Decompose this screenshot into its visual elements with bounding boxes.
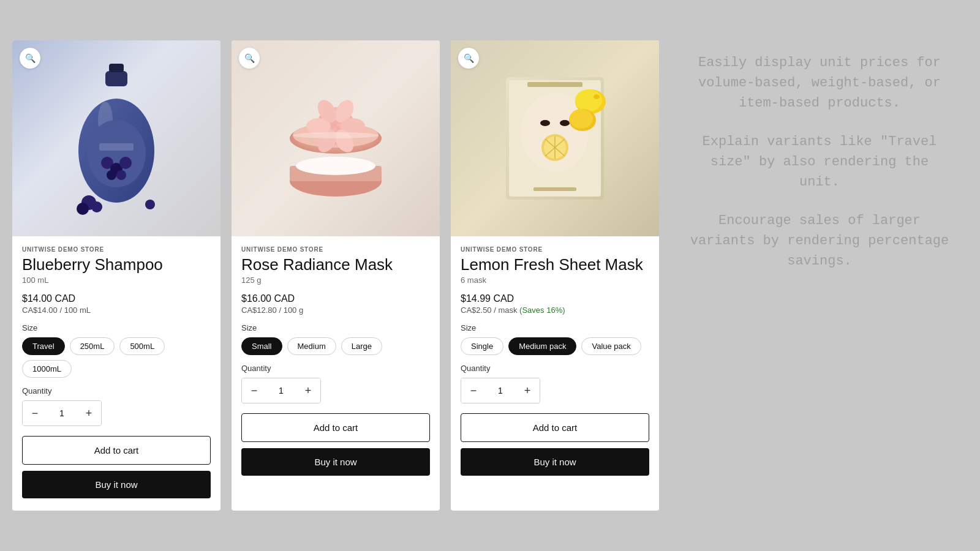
zoom-button-shampoo[interactable]: 🔍 [20, 48, 40, 69]
svg-point-13 [91, 201, 102, 212]
product-body-shampoo: UNITWISE DEMO STORE Blueberry Shampoo 10… [12, 236, 221, 511]
svg-rect-50 [533, 187, 576, 191]
qty-increase-shampoo[interactable]: + [77, 401, 101, 425]
size-btn-large[interactable]: Large [341, 337, 382, 355]
store-name-rose: UNITWISE DEMO STORE [241, 246, 430, 253]
size-options-lemon: Single Medium pack Value pack [461, 337, 649, 355]
product-card-lemon-mask: 🔍 [451, 40, 659, 511]
qty-increase-rose[interactable]: + [296, 378, 320, 403]
size-btn-250ml[interactable]: 250mL [70, 337, 115, 355]
qty-decrease-lemon[interactable]: − [461, 378, 486, 403]
svg-point-38 [560, 120, 570, 126]
zoom-icon-rose: 🔍 [244, 53, 255, 63]
quantity-control-rose: − 1 + [241, 378, 321, 403]
product-subtitle-rose: 125 g [241, 276, 430, 285]
product-body-rose: UNITWISE DEMO STORE Rose Radiance Mask 1… [232, 236, 440, 488]
zoom-icon-lemon: 🔍 [464, 53, 474, 63]
svg-point-33 [293, 132, 379, 138]
product-body-lemon: UNITWISE DEMO STORE Lemon Fresh Sheet Ma… [451, 236, 659, 488]
zoom-button-rose[interactable]: 🔍 [239, 48, 260, 69]
product-title-shampoo: Blueberry Shampoo [22, 255, 211, 274]
svg-point-12 [77, 203, 89, 215]
add-to-cart-rose[interactable]: Add to cart [241, 413, 430, 442]
quantity-label-rose: Quantity [241, 364, 430, 373]
svg-point-8 [107, 170, 116, 180]
unit-price-rose: CA$12.80 / 100 g [241, 305, 430, 315]
qty-decrease-rose[interactable]: − [242, 378, 266, 403]
price-shampoo: $14.00 CAD [22, 293, 211, 304]
svg-rect-49 [527, 82, 582, 87]
product-title-lemon: Lemon Fresh Sheet Mask [461, 255, 649, 274]
svg-rect-10 [99, 143, 134, 151]
lemon-illustration [494, 53, 616, 224]
product-image-lemon: 🔍 [451, 40, 659, 236]
store-name-lemon: UNITWISE DEMO STORE [461, 246, 649, 253]
buy-now-shampoo[interactable]: Buy it now [22, 471, 211, 498]
svg-point-32 [296, 157, 375, 175]
unit-price-text-lemon: CA$2.50 / mask [461, 305, 519, 315]
qty-value-rose: 1 [266, 386, 296, 395]
product-subtitle-shampoo: 100 mL [22, 276, 211, 285]
svg-point-14 [145, 200, 155, 209]
product-card-rose-mask: 🔍 [232, 40, 440, 511]
size-label-shampoo: Size [22, 323, 211, 332]
qty-value-shampoo: 1 [47, 408, 77, 418]
svg-rect-1 [109, 64, 124, 72]
qty-decrease-shampoo[interactable]: − [23, 401, 47, 425]
product-image-blueberry: 🔍 [12, 40, 221, 236]
qty-value-lemon: 1 [486, 386, 515, 395]
products-area: 🔍 [12, 40, 659, 511]
size-btn-value-pack[interactable]: Value pack [581, 337, 641, 355]
size-label-rose: Size [241, 323, 430, 332]
size-label-lemon: Size [461, 323, 649, 332]
add-to-cart-shampoo[interactable]: Add to cart [22, 436, 211, 465]
size-btn-single[interactable]: Single [461, 337, 503, 355]
size-btn-small[interactable]: Small [241, 337, 282, 355]
price-lemon: $14.99 CAD [461, 293, 649, 304]
svg-point-37 [540, 120, 550, 126]
sidebar-line-2: Explain variants like "Travel size" by a… [690, 132, 949, 192]
size-btn-medium[interactable]: Medium [287, 337, 336, 355]
quantity-control-shampoo: − 1 + [22, 400, 102, 426]
svg-point-48 [570, 109, 593, 129]
buy-now-rose[interactable]: Buy it now [241, 448, 430, 476]
svg-point-7 [119, 157, 132, 169]
size-btn-1000ml[interactable]: 1000mL [22, 360, 72, 378]
size-options-rose: Small Medium Large [241, 337, 430, 355]
rose-mask-illustration [274, 53, 397, 224]
shampoo-illustration [55, 53, 178, 224]
add-to-cart-lemon[interactable]: Add to cart [461, 413, 649, 442]
quantity-label-shampoo: Quantity [22, 386, 211, 395]
svg-point-46 [594, 94, 600, 99]
sidebar-line-3: Encourage sales of larger variants by re… [690, 211, 949, 271]
product-image-rose: 🔍 [232, 40, 440, 236]
zoom-icon-shampoo: 🔍 [25, 53, 36, 63]
product-title-rose: Rose Radiance Mask [241, 255, 430, 274]
sidebar-text: Easily display unit prices for volume-ba… [671, 40, 968, 283]
unit-price-lemon: CA$2.50 / mask (Saves 16%) [461, 305, 649, 315]
size-btn-medium-pack[interactable]: Medium pack [508, 337, 576, 355]
quantity-label-lemon: Quantity [461, 364, 649, 373]
svg-point-45 [575, 89, 602, 111]
sidebar-line-1: Easily display unit prices for volume-ba… [690, 53, 949, 113]
svg-point-9 [116, 170, 126, 180]
product-subtitle-lemon: 6 mask [461, 276, 649, 285]
size-options-shampoo: Travel 250mL 500mL 1000mL [22, 337, 211, 378]
product-card-blueberry-shampoo: 🔍 [12, 40, 221, 511]
unit-price-shampoo: CA$14.00 / 100 mL [22, 305, 211, 315]
savings-badge-lemon: (Saves 16%) [519, 305, 565, 315]
zoom-button-lemon[interactable]: 🔍 [458, 48, 479, 69]
size-btn-travel[interactable]: Travel [22, 337, 65, 355]
store-name-shampoo: UNITWISE DEMO STORE [22, 246, 211, 253]
size-btn-500ml[interactable]: 500mL [119, 337, 165, 355]
svg-point-4 [87, 120, 146, 187]
price-rose: $16.00 CAD [241, 293, 430, 304]
qty-increase-lemon[interactable]: + [515, 378, 540, 403]
main-layout: 🔍 [12, 40, 968, 511]
svg-rect-0 [105, 71, 127, 86]
quantity-control-lemon: − 1 + [461, 378, 540, 403]
buy-now-lemon[interactable]: Buy it now [461, 448, 649, 476]
